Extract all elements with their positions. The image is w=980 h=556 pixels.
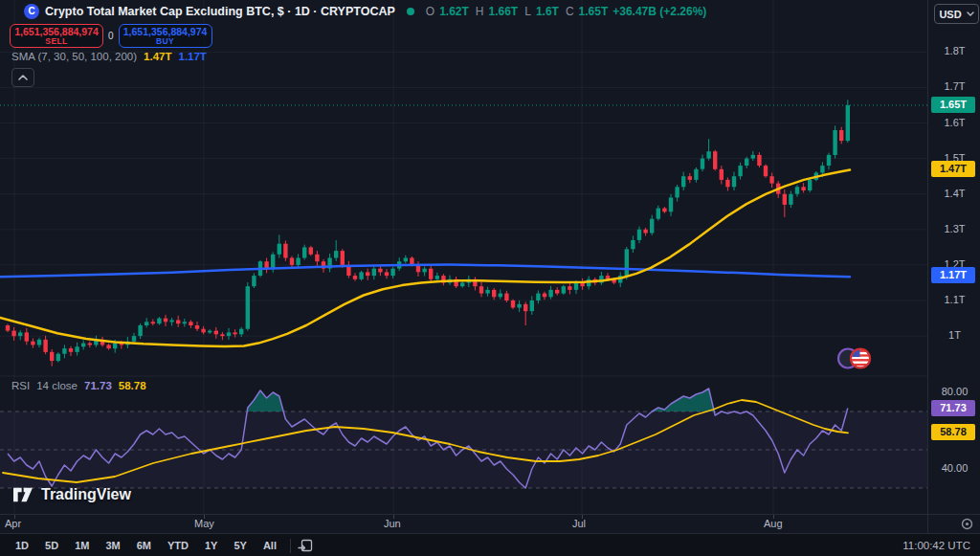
rsi-value: 71.73: [84, 380, 112, 391]
range-button-6m[interactable]: 6M: [130, 538, 158, 553]
ohlc-value: 1.66T: [489, 5, 519, 18]
rsi-indicator-legend[interactable]: RSI 14 close 71.73 58.78: [11, 380, 146, 391]
month-label-may: May: [194, 518, 214, 529]
month-label-aug: Aug: [764, 518, 783, 529]
month-label-apr: Apr: [5, 518, 21, 529]
rsi-tick-label: 40.00: [928, 461, 980, 476]
change-value: +36.47B (+2.26%): [612, 5, 706, 18]
month-label-jul: Jul: [572, 518, 586, 529]
sma-fast-value: 1.47T: [144, 51, 171, 62]
price-tick-label: 1.4T: [928, 187, 980, 201]
symbol-header: C Crypto Total Market Cap Excluding BTC,…: [24, 0, 706, 22]
price-tick-label: 1.6T: [928, 116, 980, 130]
ohlc-value: 1.6T: [536, 5, 559, 18]
date-range-switcher: 1D5D1M3M6MYTD1Y5YAll: [9, 538, 283, 553]
range-button-ytd[interactable]: YTD: [161, 538, 195, 553]
go-to-date-icon[interactable]: [298, 538, 314, 554]
spread-value: 0: [108, 31, 114, 41]
chart-canvas[interactable]: [0, 0, 927, 533]
buy-label: BUY: [156, 37, 174, 46]
ohlc-label: H: [476, 5, 484, 18]
rsi-value-badge: 71.73: [931, 400, 975, 416]
ohlc-value: 1.65T: [579, 5, 609, 18]
tradingview-chart-window: C Crypto Total Market Cap Excluding BTC,…: [0, 0, 980, 556]
ohlc-value: 1.62T: [439, 5, 469, 18]
time-axis[interactable]: AprMayJunJulAug: [0, 514, 980, 534]
collapse-pane-button[interactable]: [11, 68, 34, 87]
price-tick-label: 1.3T: [928, 222, 980, 236]
clock-utc[interactable]: 11:00:42 UTC: [902, 540, 970, 551]
toolbar-divider: [290, 539, 291, 553]
symbol-logo-icon: C: [24, 4, 39, 19]
rsi-tick-label: 80.00: [928, 385, 980, 399]
rsi-legend-label: RSI: [11, 380, 30, 391]
price-tick-label: 1.8T: [928, 44, 980, 58]
range-button-3m[interactable]: 3M: [99, 538, 126, 553]
currency-selector-button[interactable]: USD: [934, 4, 979, 24]
currency-pair-icon: [835, 345, 875, 371]
buy-button[interactable]: 1,651,356,884,974 BUY: [119, 24, 212, 48]
tradingview-logo-icon: [11, 485, 34, 504]
sma-indicator-legend[interactable]: SMA (7, 30, 50, 100, 200) 1.47T 1.17T: [11, 51, 207, 62]
sell-button[interactable]: 1,651,356,884,974 SELL: [10, 24, 103, 48]
price-tick-label: 1T: [928, 328, 980, 343]
chevron-up-icon: [18, 75, 28, 80]
price-tick-label: 1.7T: [928, 79, 980, 94]
ohlc-label: O: [426, 5, 434, 18]
rsi-ma-value: 58.78: [119, 380, 146, 391]
tradingview-watermark: TradingView: [11, 485, 131, 504]
axis-settings-icon[interactable]: [961, 517, 973, 534]
price-axis[interactable]: 1.8T1.7T1.6T1.5T1.4T1.3T1.2T1.1T1T80.004…: [927, 0, 980, 533]
rsi-legend-params: 14 close: [36, 380, 78, 391]
bottom-toolbar: 1D5D1M3M6MYTD1Y5YAll 11:00:42 UTC: [0, 533, 980, 556]
range-button-1y[interactable]: 1Y: [198, 538, 224, 553]
chevron-down-icon: [967, 11, 974, 16]
sma-slow-badge: 1.17T: [931, 267, 975, 283]
rsi-ma-badge: 58.78: [931, 424, 975, 440]
sma-fast-badge: 1.47T: [931, 161, 975, 177]
range-button-5d[interactable]: 5D: [38, 538, 65, 553]
sell-label: SELL: [45, 37, 67, 46]
ohlc-values: O1.62TH1.66TL1.6TC1.65T: [426, 5, 610, 18]
range-button-all[interactable]: All: [256, 538, 283, 553]
range-button-1m[interactable]: 1M: [68, 538, 96, 553]
market-status-dot-icon[interactable]: [407, 8, 414, 15]
sma-slow-value: 1.17T: [178, 51, 206, 62]
symbol-title[interactable]: Crypto Total Market Cap Excluding BTC, $…: [45, 5, 395, 18]
last-price-badge: 1.65T: [931, 97, 975, 113]
price-tick-label: 1.1T: [928, 293, 980, 307]
ohlc-label: L: [524, 5, 531, 18]
month-label-jun: Jun: [384, 518, 401, 529]
ohlc-label: C: [566, 5, 574, 18]
watermark-text: TradingView: [41, 486, 131, 503]
sma-fast-line: [0, 170, 850, 346]
range-button-1d[interactable]: 1D: [9, 538, 35, 553]
trade-panel: 1,651,356,884,974 SELL 0 1,651,356,884,9…: [10, 24, 212, 48]
currency-label: USD: [939, 9, 961, 20]
range-button-5y[interactable]: 5Y: [227, 538, 253, 553]
sma-legend-label: SMA (7, 30, 50, 100, 200): [11, 51, 137, 62]
